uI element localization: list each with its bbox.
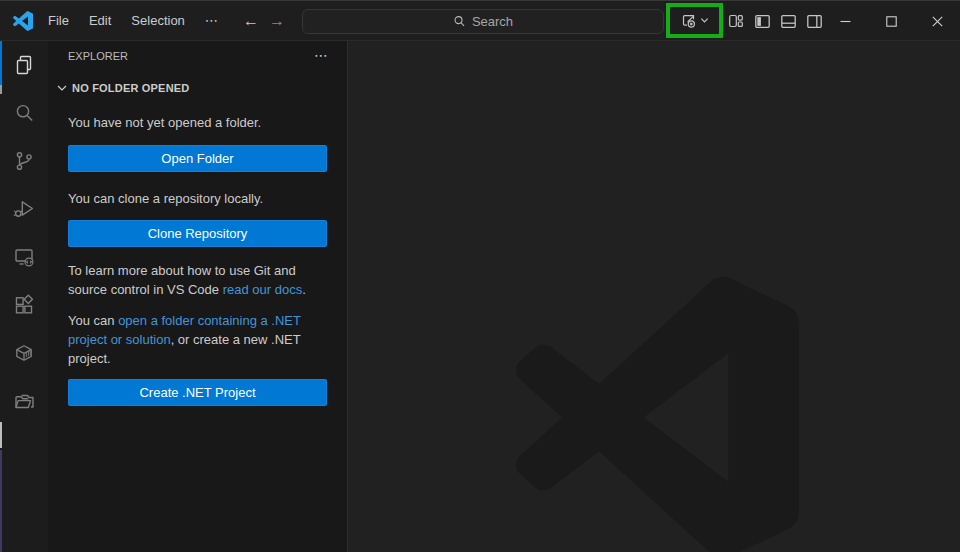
screen-edge-artifact [0, 450, 2, 552]
more-actions-icon[interactable]: ⋯ [308, 50, 335, 61]
activity-item-folders[interactable] [0, 377, 48, 425]
search-icon [12, 101, 36, 125]
activity-item-extensions[interactable] [0, 281, 48, 329]
clone-repository-button[interactable]: Clone Repository [68, 220, 327, 247]
activity-item-containers[interactable] [0, 329, 48, 377]
navigate-forward-icon[interactable]: → [264, 1, 290, 41]
toggle-panel-icon[interactable] [775, 8, 801, 34]
run-and-debug-icon [12, 197, 36, 221]
screen-edge-artifact [0, 85, 2, 94]
source-control-icon [12, 149, 36, 173]
navigate-back-icon[interactable]: ← [238, 1, 264, 41]
minimize-icon[interactable] [822, 1, 868, 41]
toggle-primary-sidebar-icon[interactable] [749, 8, 775, 34]
screen-edge-artifact [0, 422, 2, 448]
customize-layout-icon[interactable] [723, 8, 749, 34]
activity-item-run-and-debug[interactable] [0, 185, 48, 233]
run-or-debug-icon[interactable] [680, 12, 697, 29]
activity-item-remote-explorer[interactable] [0, 233, 48, 281]
explorer-files-icon [12, 53, 36, 77]
vscode-window: File Edit Selection ⋯ ← → Search [0, 0, 960, 552]
create-dotnet-project-button[interactable]: Create .NET Project [68, 379, 327, 406]
menu-selection[interactable]: Selection [121, 8, 194, 34]
extensions-icon [12, 293, 36, 317]
sidebar-content: You have not yet opened a folder. Open F… [48, 113, 347, 406]
explorer-sidebar: EXPLORER ⋯ NO FOLDER OPENED You have not… [48, 41, 348, 552]
remote-explorer-icon [12, 245, 36, 269]
section-no-folder-opened[interactable]: NO FOLDER OPENED [48, 77, 347, 99]
search-icon [453, 15, 466, 28]
window-controls [822, 1, 960, 41]
sidebar-title: EXPLORER [68, 50, 128, 62]
maximize-icon[interactable] [868, 1, 914, 41]
dotnet-text: You can open a folder containing a .NET … [68, 311, 327, 368]
close-icon[interactable] [914, 1, 960, 41]
chevron-down-icon [54, 80, 70, 96]
menu-more-icon[interactable]: ⋯ [195, 8, 229, 34]
activity-item-source-control[interactable] [0, 137, 48, 185]
folders-icon [12, 389, 36, 413]
menu-edit[interactable]: Edit [79, 8, 121, 34]
git-docs-text-post: . [302, 282, 306, 297]
open-folder-button[interactable]: Open Folder [68, 145, 327, 172]
workbench: EXPLORER ⋯ NO FOLDER OPENED You have not… [0, 41, 960, 552]
menu-bar: File Edit Selection ⋯ [38, 1, 229, 41]
activity-bar [0, 41, 48, 552]
chevron-down-icon[interactable] [700, 16, 709, 25]
titlebar: File Edit Selection ⋯ ← → Search [0, 1, 960, 41]
sidebar-header: EXPLORER ⋯ [48, 41, 347, 73]
menu-file[interactable]: File [38, 8, 79, 34]
vscode-logo-icon [13, 11, 33, 31]
git-docs-text: To learn more about how to use Git and s… [68, 261, 327, 299]
command-center-search[interactable]: Search [302, 9, 664, 34]
no-folder-text: You have not yet opened a folder. [68, 113, 327, 132]
annotation-highlight-box [666, 3, 723, 38]
read-our-docs-link[interactable]: read our docs [223, 282, 303, 297]
editor-area [348, 41, 960, 552]
dotnet-text-pre: You can [68, 313, 118, 328]
clone-text: You can clone a repository locally. [68, 189, 327, 208]
vscode-watermark-logo [516, 276, 799, 552]
activity-item-search[interactable] [0, 89, 48, 137]
activity-item-explorer[interactable] [0, 41, 48, 89]
search-placeholder: Search [472, 14, 513, 29]
layout-controls [723, 1, 827, 41]
section-title: NO FOLDER OPENED [72, 82, 190, 94]
container-icon [12, 341, 36, 365]
